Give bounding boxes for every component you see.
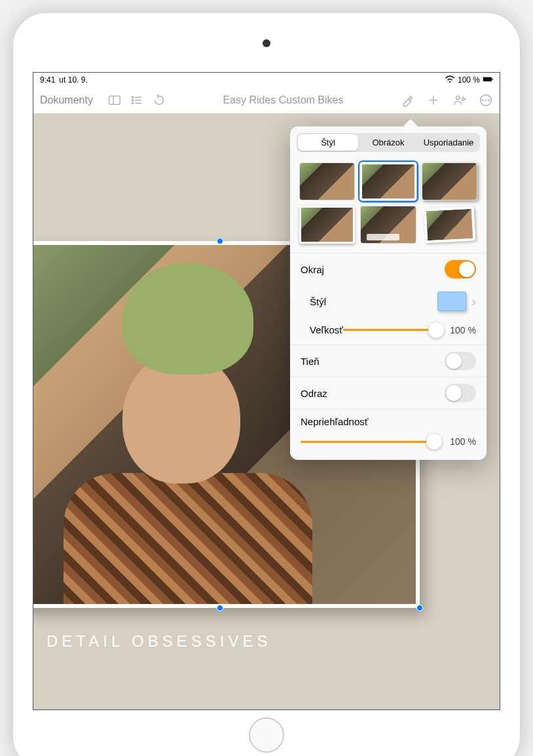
format-list-icon[interactable] <box>130 93 144 107</box>
home-button[interactable] <box>249 717 284 753</box>
style-presets-grid <box>290 159 487 253</box>
svg-point-18 <box>483 100 484 101</box>
border-style-label: Štýl <box>310 296 437 307</box>
style-preset-4[interactable] <box>299 206 355 244</box>
screen: 9:41 ut 10. 9. 100 % Dokumenty <box>33 72 500 710</box>
documents-button[interactable]: Dokumenty <box>40 94 93 106</box>
status-time: 9:41 <box>40 75 55 85</box>
selection-handle-top[interactable] <box>217 238 223 244</box>
reflection-label: Odraz <box>301 388 445 399</box>
svg-point-20 <box>488 100 490 101</box>
border-style-row[interactable]: Štýl › <box>290 285 487 318</box>
size-slider[interactable] <box>343 329 440 331</box>
svg-rect-3 <box>109 96 120 105</box>
status-battery-text: 100 % <box>458 75 480 85</box>
tab-image[interactable]: Obrázok <box>358 134 418 151</box>
svg-point-5 <box>132 96 134 98</box>
style-preset-6[interactable] <box>424 206 475 243</box>
chevron-right-icon: › <box>471 294 476 309</box>
style-preset-1[interactable] <box>299 162 355 200</box>
style-preset-2[interactable] <box>360 162 416 200</box>
svg-point-13 <box>456 96 460 100</box>
selection-handle-bottom[interactable] <box>217 605 223 611</box>
caption-text[interactable]: DETAIL OBSESSIVES <box>46 632 271 651</box>
border-toggle[interactable] <box>445 260 476 278</box>
svg-point-0 <box>449 81 450 83</box>
border-label: Okraj <box>301 264 445 275</box>
format-tabs: Štýl Obrázok Usporiadanie <box>297 133 480 152</box>
document-title: Easy Rides Custom Bikes <box>174 94 392 106</box>
tab-style[interactable]: Štýl <box>298 134 358 151</box>
collaborate-icon[interactable] <box>452 93 467 107</box>
format-popover: Štýl Obrázok Usporiadanie Okraj <box>290 126 487 460</box>
size-value: 100 % <box>447 325 476 335</box>
status-bar: 9:41 ut 10. 9. 100 % <box>33 73 500 87</box>
style-preset-5[interactable] <box>360 206 416 244</box>
tab-arrange[interactable]: Usporiadanie <box>418 134 479 151</box>
wifi-icon <box>445 75 455 85</box>
more-icon[interactable] <box>479 93 493 107</box>
svg-point-7 <box>132 100 134 102</box>
opacity-value: 100 % <box>447 436 476 447</box>
svg-rect-2 <box>492 78 493 80</box>
reflection-toggle[interactable] <box>445 384 476 402</box>
opacity-label: Nepriehľadnosť <box>301 416 476 427</box>
shadow-toggle[interactable] <box>445 352 476 370</box>
camera-dot <box>263 39 270 47</box>
border-size-row: Veľkosť 100 % <box>290 318 487 345</box>
battery-icon <box>483 75 493 85</box>
border-style-preview <box>437 292 466 311</box>
opacity-row: Nepriehľadnosť 100 % <box>290 409 487 453</box>
svg-point-9 <box>132 102 134 104</box>
add-icon[interactable] <box>426 93 441 107</box>
ipad-device-frame: 9:41 ut 10. 9. 100 % Dokumenty <box>13 13 520 756</box>
opacity-slider[interactable] <box>301 441 440 443</box>
undo-icon[interactable] <box>152 93 166 107</box>
svg-point-14 <box>462 98 465 100</box>
svg-rect-1 <box>483 77 492 81</box>
svg-point-19 <box>485 100 487 101</box>
selection-handle-bottom-right[interactable] <box>416 605 423 611</box>
format-brush-icon[interactable] <box>400 93 414 107</box>
sidebar-toggle-icon[interactable] <box>107 93 122 107</box>
status-date: ut 10. 9. <box>59 75 87 85</box>
style-preset-3[interactable] <box>422 162 477 200</box>
shadow-row: Tieň <box>290 345 487 377</box>
toolbar: Dokumenty Easy Rides Custom Bikes <box>33 87 500 113</box>
document-canvas[interactable]: DETAIL OBSESSIVES Štýl Obrázok Usporiada… <box>33 113 500 709</box>
border-size-label: Veľkosť <box>310 324 343 335</box>
shadow-label: Tieň <box>301 356 445 367</box>
reflection-row: Odraz <box>290 377 487 409</box>
border-row: Okraj <box>290 253 487 285</box>
